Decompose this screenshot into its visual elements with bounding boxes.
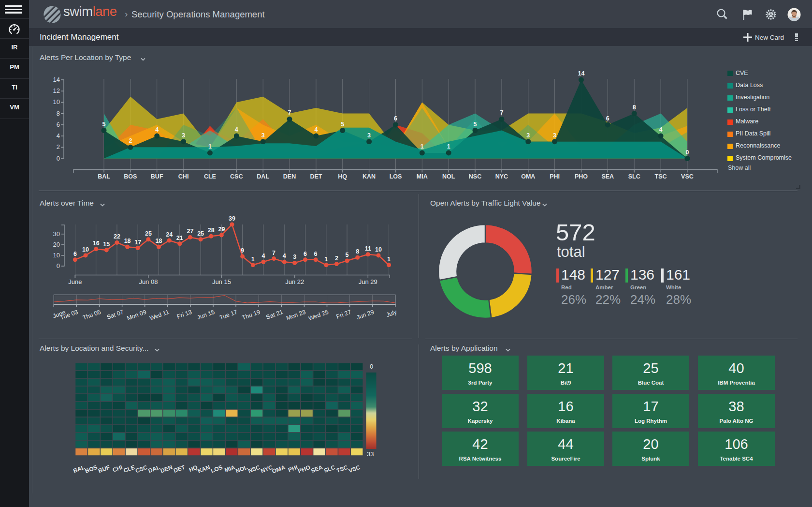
svg-text:NOL: NOL — [235, 464, 249, 475]
svg-text:SLC: SLC — [323, 464, 336, 474]
svg-text:33: 33 — [367, 450, 374, 458]
svg-text:TSC: TSC — [335, 464, 349, 474]
svg-text:CSC: CSC — [134, 464, 148, 475]
svg-text:DET: DET — [173, 463, 186, 474]
svg-text:DAL: DAL — [147, 464, 161, 475]
svg-text:PHO: PHO — [297, 464, 311, 475]
svg-text:BOS: BOS — [84, 464, 98, 475]
svg-text:OMA: OMA — [271, 464, 286, 475]
svg-text:NSC: NSC — [247, 464, 261, 475]
svg-text:KAN: KAN — [197, 464, 211, 475]
svg-text:BAL: BAL — [72, 464, 86, 475]
svg-text:MIA: MIA — [224, 464, 236, 474]
svg-text:DEN: DEN — [160, 464, 174, 475]
svg-text:BUF: BUF — [97, 464, 111, 475]
svg-text:LOS: LOS — [210, 464, 223, 475]
svg-text:CHI: CHI — [112, 464, 123, 474]
svg-text:CLE: CLE — [123, 464, 136, 474]
svg-text:0: 0 — [370, 363, 373, 370]
svg-text:VSC: VSC — [348, 464, 361, 475]
svg-text:SEA: SEA — [310, 464, 324, 475]
